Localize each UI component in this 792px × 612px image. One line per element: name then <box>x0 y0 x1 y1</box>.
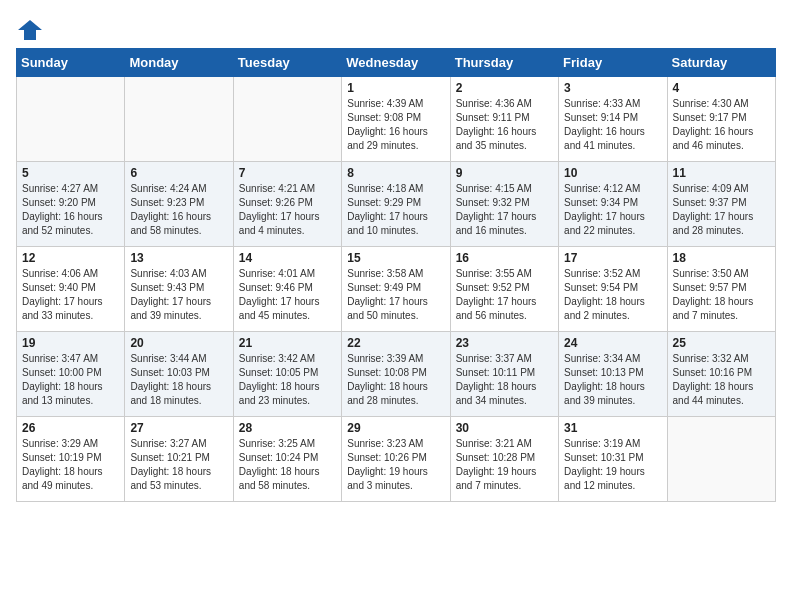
calendar-cell: 9Sunrise: 4:15 AM Sunset: 9:32 PM Daylig… <box>450 162 558 247</box>
weekday-header: Thursday <box>450 49 558 77</box>
calendar-cell: 31Sunrise: 3:19 AM Sunset: 10:31 PM Dayl… <box>559 417 667 502</box>
day-info: Sunrise: 3:55 AM Sunset: 9:52 PM Dayligh… <box>456 267 553 323</box>
day-number: 13 <box>130 251 227 265</box>
weekday-header: Friday <box>559 49 667 77</box>
day-info: Sunrise: 3:42 AM Sunset: 10:05 PM Daylig… <box>239 352 336 408</box>
day-info: Sunrise: 3:32 AM Sunset: 10:16 PM Daylig… <box>673 352 770 408</box>
calendar-cell: 15Sunrise: 3:58 AM Sunset: 9:49 PM Dayli… <box>342 247 450 332</box>
day-number: 9 <box>456 166 553 180</box>
calendar-cell: 14Sunrise: 4:01 AM Sunset: 9:46 PM Dayli… <box>233 247 341 332</box>
day-number: 27 <box>130 421 227 435</box>
svg-marker-0 <box>18 20 42 40</box>
calendar-week-row: 1Sunrise: 4:39 AM Sunset: 9:08 PM Daylig… <box>17 77 776 162</box>
day-number: 21 <box>239 336 336 350</box>
day-info: Sunrise: 3:52 AM Sunset: 9:54 PM Dayligh… <box>564 267 661 323</box>
calendar-cell <box>125 77 233 162</box>
calendar-cell: 7Sunrise: 4:21 AM Sunset: 9:26 PM Daylig… <box>233 162 341 247</box>
day-info: Sunrise: 3:50 AM Sunset: 9:57 PM Dayligh… <box>673 267 770 323</box>
calendar-cell: 28Sunrise: 3:25 AM Sunset: 10:24 PM Dayl… <box>233 417 341 502</box>
day-number: 12 <box>22 251 119 265</box>
day-number: 23 <box>456 336 553 350</box>
calendar-cell: 25Sunrise: 3:32 AM Sunset: 10:16 PM Dayl… <box>667 332 775 417</box>
calendar-table: SundayMondayTuesdayWednesdayThursdayFrid… <box>16 48 776 502</box>
calendar-cell: 18Sunrise: 3:50 AM Sunset: 9:57 PM Dayli… <box>667 247 775 332</box>
weekday-header: Monday <box>125 49 233 77</box>
day-info: Sunrise: 4:03 AM Sunset: 9:43 PM Dayligh… <box>130 267 227 323</box>
day-number: 30 <box>456 421 553 435</box>
day-info: Sunrise: 3:37 AM Sunset: 10:11 PM Daylig… <box>456 352 553 408</box>
calendar-cell: 29Sunrise: 3:23 AM Sunset: 10:26 PM Dayl… <box>342 417 450 502</box>
calendar-cell: 23Sunrise: 3:37 AM Sunset: 10:11 PM Dayl… <box>450 332 558 417</box>
calendar-cell: 4Sunrise: 4:30 AM Sunset: 9:17 PM Daylig… <box>667 77 775 162</box>
day-number: 1 <box>347 81 444 95</box>
calendar-cell <box>17 77 125 162</box>
day-info: Sunrise: 3:29 AM Sunset: 10:19 PM Daylig… <box>22 437 119 493</box>
day-number: 14 <box>239 251 336 265</box>
day-info: Sunrise: 3:44 AM Sunset: 10:03 PM Daylig… <box>130 352 227 408</box>
logo <box>16 16 48 44</box>
day-info: Sunrise: 3:27 AM Sunset: 10:21 PM Daylig… <box>130 437 227 493</box>
calendar-week-row: 19Sunrise: 3:47 AM Sunset: 10:00 PM Dayl… <box>17 332 776 417</box>
day-info: Sunrise: 4:36 AM Sunset: 9:11 PM Dayligh… <box>456 97 553 153</box>
day-number: 10 <box>564 166 661 180</box>
calendar-cell: 16Sunrise: 3:55 AM Sunset: 9:52 PM Dayli… <box>450 247 558 332</box>
day-number: 11 <box>673 166 770 180</box>
day-number: 29 <box>347 421 444 435</box>
day-info: Sunrise: 3:34 AM Sunset: 10:13 PM Daylig… <box>564 352 661 408</box>
day-number: 8 <box>347 166 444 180</box>
day-number: 28 <box>239 421 336 435</box>
day-number: 7 <box>239 166 336 180</box>
calendar-cell: 19Sunrise: 3:47 AM Sunset: 10:00 PM Dayl… <box>17 332 125 417</box>
day-number: 17 <box>564 251 661 265</box>
day-number: 2 <box>456 81 553 95</box>
calendar-cell: 24Sunrise: 3:34 AM Sunset: 10:13 PM Dayl… <box>559 332 667 417</box>
weekday-header: Sunday <box>17 49 125 77</box>
day-number: 5 <box>22 166 119 180</box>
calendar-cell: 10Sunrise: 4:12 AM Sunset: 9:34 PM Dayli… <box>559 162 667 247</box>
day-info: Sunrise: 4:18 AM Sunset: 9:29 PM Dayligh… <box>347 182 444 238</box>
day-number: 26 <box>22 421 119 435</box>
calendar-cell: 12Sunrise: 4:06 AM Sunset: 9:40 PM Dayli… <box>17 247 125 332</box>
day-number: 19 <box>22 336 119 350</box>
weekday-header-row: SundayMondayTuesdayWednesdayThursdayFrid… <box>17 49 776 77</box>
calendar-cell <box>667 417 775 502</box>
calendar-cell: 13Sunrise: 4:03 AM Sunset: 9:43 PM Dayli… <box>125 247 233 332</box>
day-number: 20 <box>130 336 227 350</box>
day-number: 18 <box>673 251 770 265</box>
day-number: 4 <box>673 81 770 95</box>
day-info: Sunrise: 4:09 AM Sunset: 9:37 PM Dayligh… <box>673 182 770 238</box>
calendar-cell: 3Sunrise: 4:33 AM Sunset: 9:14 PM Daylig… <box>559 77 667 162</box>
logo-icon <box>16 16 44 44</box>
day-info: Sunrise: 3:19 AM Sunset: 10:31 PM Daylig… <box>564 437 661 493</box>
day-info: Sunrise: 4:33 AM Sunset: 9:14 PM Dayligh… <box>564 97 661 153</box>
weekday-header: Wednesday <box>342 49 450 77</box>
day-info: Sunrise: 4:24 AM Sunset: 9:23 PM Dayligh… <box>130 182 227 238</box>
calendar-cell: 6Sunrise: 4:24 AM Sunset: 9:23 PM Daylig… <box>125 162 233 247</box>
day-number: 25 <box>673 336 770 350</box>
weekday-header: Tuesday <box>233 49 341 77</box>
calendar-cell: 11Sunrise: 4:09 AM Sunset: 9:37 PM Dayli… <box>667 162 775 247</box>
calendar-cell: 21Sunrise: 3:42 AM Sunset: 10:05 PM Dayl… <box>233 332 341 417</box>
day-number: 31 <box>564 421 661 435</box>
day-info: Sunrise: 4:12 AM Sunset: 9:34 PM Dayligh… <box>564 182 661 238</box>
day-info: Sunrise: 3:58 AM Sunset: 9:49 PM Dayligh… <box>347 267 444 323</box>
calendar-cell: 17Sunrise: 3:52 AM Sunset: 9:54 PM Dayli… <box>559 247 667 332</box>
calendar-cell: 22Sunrise: 3:39 AM Sunset: 10:08 PM Dayl… <box>342 332 450 417</box>
calendar-week-row: 12Sunrise: 4:06 AM Sunset: 9:40 PM Dayli… <box>17 247 776 332</box>
calendar-week-row: 26Sunrise: 3:29 AM Sunset: 10:19 PM Dayl… <box>17 417 776 502</box>
day-info: Sunrise: 4:15 AM Sunset: 9:32 PM Dayligh… <box>456 182 553 238</box>
calendar-cell <box>233 77 341 162</box>
day-info: Sunrise: 3:47 AM Sunset: 10:00 PM Daylig… <box>22 352 119 408</box>
calendar-cell: 27Sunrise: 3:27 AM Sunset: 10:21 PM Dayl… <box>125 417 233 502</box>
day-number: 6 <box>130 166 227 180</box>
calendar-cell: 20Sunrise: 3:44 AM Sunset: 10:03 PM Dayl… <box>125 332 233 417</box>
day-info: Sunrise: 4:30 AM Sunset: 9:17 PM Dayligh… <box>673 97 770 153</box>
day-info: Sunrise: 4:39 AM Sunset: 9:08 PM Dayligh… <box>347 97 444 153</box>
calendar-week-row: 5Sunrise: 4:27 AM Sunset: 9:20 PM Daylig… <box>17 162 776 247</box>
calendar-cell: 30Sunrise: 3:21 AM Sunset: 10:28 PM Dayl… <box>450 417 558 502</box>
day-info: Sunrise: 3:21 AM Sunset: 10:28 PM Daylig… <box>456 437 553 493</box>
day-info: Sunrise: 4:01 AM Sunset: 9:46 PM Dayligh… <box>239 267 336 323</box>
day-info: Sunrise: 3:39 AM Sunset: 10:08 PM Daylig… <box>347 352 444 408</box>
calendar-cell: 26Sunrise: 3:29 AM Sunset: 10:19 PM Dayl… <box>17 417 125 502</box>
day-number: 16 <box>456 251 553 265</box>
